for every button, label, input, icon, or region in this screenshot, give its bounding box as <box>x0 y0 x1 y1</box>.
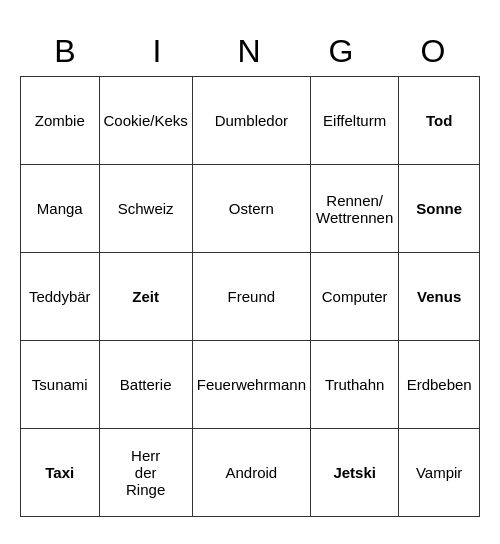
bingo-cell: Taxi <box>21 429 100 517</box>
bingo-cell: Vampir <box>399 429 480 517</box>
bingo-cell: Manga <box>21 165 100 253</box>
bingo-cell: Erdbeben <box>399 341 480 429</box>
header-letter: B <box>20 27 112 76</box>
bingo-cell: Cookie/Keks <box>99 77 192 165</box>
header-letter: G <box>296 27 388 76</box>
header-letter: I <box>112 27 204 76</box>
bingo-grid: ZombieCookie/KeksDumbledorEiffelturmTodM… <box>20 76 480 517</box>
bingo-cell: Tsunami <box>21 341 100 429</box>
header-letter: N <box>204 27 296 76</box>
table-row: ZombieCookie/KeksDumbledorEiffelturmTod <box>21 77 480 165</box>
bingo-cell: Batterie <box>99 341 192 429</box>
table-row: TsunamiBatterieFeuerwehrmannTruthahnErdb… <box>21 341 480 429</box>
bingo-cell: HerrderRinge <box>99 429 192 517</box>
bingo-cell: Ostern <box>192 165 310 253</box>
bingo-cell: Rennen/Wettrennen <box>310 165 398 253</box>
bingo-cell: Android <box>192 429 310 517</box>
bingo-cell: Computer <box>310 253 398 341</box>
bingo-cell: Schweiz <box>99 165 192 253</box>
header-letter: O <box>388 27 480 76</box>
bingo-cell: Teddybär <box>21 253 100 341</box>
bingo-header: BINGO <box>20 27 480 76</box>
bingo-cell: Jetski <box>310 429 398 517</box>
table-row: TaxiHerrderRingeAndroidJetskiVampir <box>21 429 480 517</box>
bingo-cell: Freund <box>192 253 310 341</box>
table-row: TeddybärZeitFreundComputerVenus <box>21 253 480 341</box>
bingo-cell: Venus <box>399 253 480 341</box>
bingo-cell: Eiffelturm <box>310 77 398 165</box>
table-row: MangaSchweizOsternRennen/WettrennenSonne <box>21 165 480 253</box>
bingo-cell: Feuerwehrmann <box>192 341 310 429</box>
bingo-cell: Zeit <box>99 253 192 341</box>
bingo-cell: Zombie <box>21 77 100 165</box>
bingo-cell: Dumbledor <box>192 77 310 165</box>
bingo-cell: Truthahn <box>310 341 398 429</box>
bingo-cell: Sonne <box>399 165 480 253</box>
bingo-cell: Tod <box>399 77 480 165</box>
